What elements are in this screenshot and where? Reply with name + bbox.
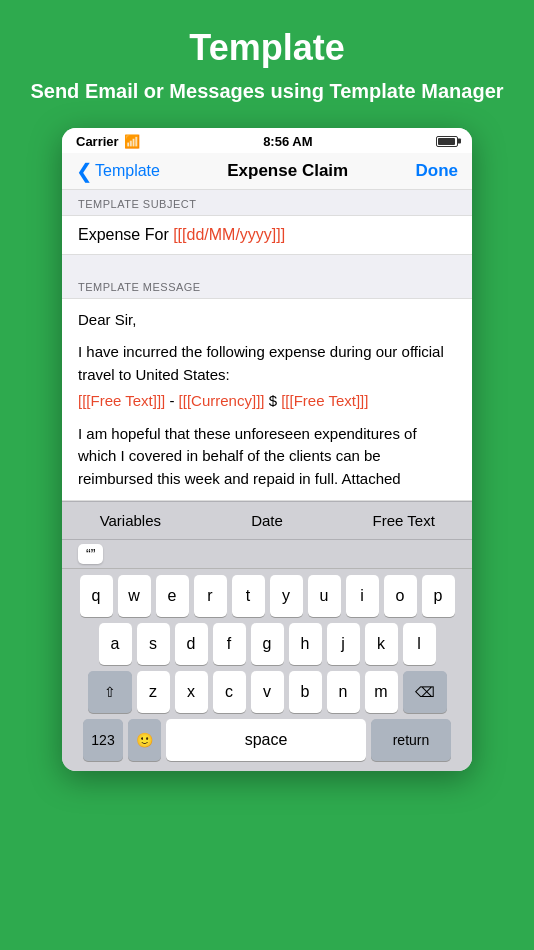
status-battery: [436, 136, 458, 147]
key-l[interactable]: l: [403, 623, 436, 665]
toolbar-variables[interactable]: Variables: [62, 508, 199, 533]
key-z[interactable]: z: [137, 671, 170, 713]
keyboard-row4: 123 🙂 space return: [66, 719, 468, 761]
key-y[interactable]: y: [270, 575, 303, 617]
message-separator: -: [169, 392, 178, 409]
key-m[interactable]: m: [365, 671, 398, 713]
key-d[interactable]: d: [175, 623, 208, 665]
done-button[interactable]: Done: [416, 161, 459, 181]
key-b[interactable]: b: [289, 671, 322, 713]
key-g[interactable]: g: [251, 623, 284, 665]
toolbar-date[interactable]: Date: [199, 508, 336, 533]
key-space[interactable]: space: [166, 719, 366, 761]
battery-icon: [436, 136, 458, 147]
key-r[interactable]: r: [194, 575, 227, 617]
key-q[interactable]: q: [80, 575, 113, 617]
key-c[interactable]: c: [213, 671, 246, 713]
key-h[interactable]: h: [289, 623, 322, 665]
key-x[interactable]: x: [175, 671, 208, 713]
app-title: Template: [20, 28, 514, 68]
nav-title: Expense Claim: [227, 161, 348, 181]
back-arrow-icon: ❮: [76, 161, 93, 181]
subject-field[interactable]: Expense For [[[dd/MM/yyyy]]]: [62, 215, 472, 255]
wifi-icon: 📶: [124, 134, 140, 149]
subject-label: TEMPLATE SUBJECT: [62, 190, 472, 215]
section-spacer: [62, 255, 472, 273]
keyboard: q w e r t y u i o p a s d f g h j k l ⇧ …: [62, 569, 472, 771]
key-f[interactable]: f: [213, 623, 246, 665]
status-bar: Carrier 📶 8:56 AM: [62, 128, 472, 153]
nav-bar: ❮ Template Expense Claim Done: [62, 153, 472, 190]
status-time: 8:56 AM: [140, 134, 436, 149]
keyboard-row2: a s d f g h j k l: [66, 623, 468, 665]
message-field[interactable]: Dear Sir, I have incurred the following …: [62, 298, 472, 502]
key-p[interactable]: p: [422, 575, 455, 617]
key-s[interactable]: s: [137, 623, 170, 665]
status-carrier: Carrier 📶: [76, 134, 140, 149]
input-toolbar: Variables Date Free Text: [62, 501, 472, 540]
back-label: Template: [95, 162, 160, 180]
toolbar-freetext[interactable]: Free Text: [335, 508, 472, 533]
app-subtitle: Send Email or Messages using Template Ma…: [20, 78, 514, 104]
key-v[interactable]: v: [251, 671, 284, 713]
key-t[interactable]: t: [232, 575, 265, 617]
back-button[interactable]: ❮ Template: [76, 161, 160, 181]
keyboard-row3: ⇧ z x c v b n m ⌫: [66, 671, 468, 713]
key-return[interactable]: return: [371, 719, 451, 761]
key-delete[interactable]: ⌫: [403, 671, 447, 713]
phone-frame: Carrier 📶 8:56 AM ❮ Template Expense Cla…: [62, 128, 472, 772]
message-highlight2: [[[Currency]]]: [179, 392, 265, 409]
message-highlight-row: [[[Free Text]]] - [[[Currency]]] $ [[[Fr…: [78, 390, 456, 413]
key-num[interactable]: 123: [83, 719, 123, 761]
key-o[interactable]: o: [384, 575, 417, 617]
key-a[interactable]: a: [99, 623, 132, 665]
key-e[interactable]: e: [156, 575, 189, 617]
message-line3: I am hopeful that these unforeseen expen…: [78, 423, 456, 491]
keyboard-row1: q w e r t y u i o p: [66, 575, 468, 617]
key-k[interactable]: k: [365, 623, 398, 665]
key-i[interactable]: i: [346, 575, 379, 617]
key-n[interactable]: n: [327, 671, 360, 713]
message-highlight3: [[[Free Text]]]: [281, 392, 368, 409]
message-highlight1: [[[Free Text]]]: [78, 392, 165, 409]
key-shift[interactable]: ⇧: [88, 671, 132, 713]
key-j[interactable]: j: [327, 623, 360, 665]
message-line1: Dear Sir,: [78, 309, 456, 332]
app-header: Template Send Email or Messages using Te…: [0, 0, 534, 118]
subject-highlight: [[[dd/MM/yyyy]]]: [173, 226, 285, 243]
content-area: TEMPLATE SUBJECT Expense For [[[dd/MM/yy…: [62, 190, 472, 502]
quote-accessory[interactable]: “”: [78, 544, 103, 564]
accessory-bar: “”: [62, 540, 472, 569]
key-u[interactable]: u: [308, 575, 341, 617]
key-emoji[interactable]: 🙂: [128, 719, 161, 761]
key-w[interactable]: w: [118, 575, 151, 617]
message-label: TEMPLATE MESSAGE: [62, 273, 472, 298]
message-line2: I have incurred the following expense du…: [78, 341, 456, 386]
subject-prefix: Expense For: [78, 226, 173, 243]
message-dollar: $: [269, 392, 277, 409]
